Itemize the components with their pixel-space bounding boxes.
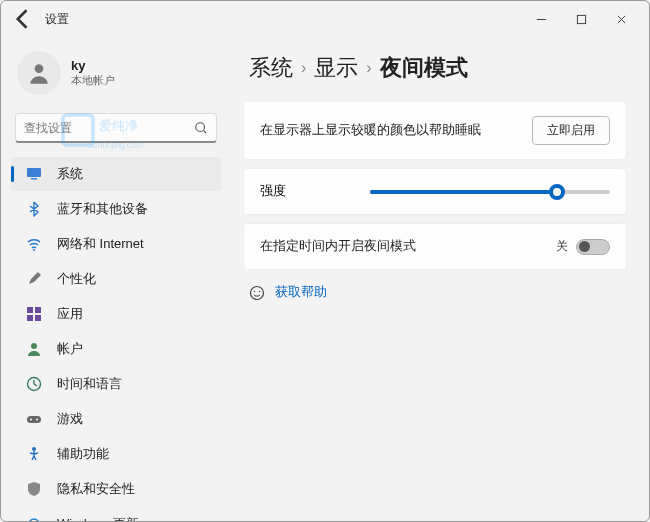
nav-personalization[interactable]: 个性化 [11, 262, 221, 296]
nav-windows-update[interactable]: Windows 更新 [11, 507, 221, 521]
svg-rect-6 [31, 178, 37, 180]
profile-subtitle: 本地帐户 [71, 73, 115, 88]
nav-gaming[interactable]: 游戏 [11, 402, 221, 436]
content-area: 系统 › 显示 › 夜间模式 在显示器上显示较暖的颜色以帮助睡眠 立即启用 强度… [231, 37, 649, 521]
svg-rect-11 [35, 315, 41, 321]
chevron-right-icon: › [301, 59, 306, 77]
nav-system[interactable]: 系统 [11, 157, 221, 191]
nav-label: 网络和 Internet [57, 235, 144, 253]
svg-point-16 [36, 419, 38, 421]
page-title: 夜间模式 [380, 53, 468, 83]
svg-point-2 [35, 64, 44, 73]
schedule-description: 在指定时间内开启夜间模式 [260, 238, 556, 255]
svg-point-15 [30, 419, 32, 421]
back-button[interactable] [9, 5, 37, 33]
svg-point-19 [254, 290, 255, 291]
nav-apps[interactable]: 应用 [11, 297, 221, 331]
svg-rect-8 [27, 307, 33, 313]
profile-block[interactable]: ky 本地帐户 [5, 45, 227, 109]
nav-label: 帐户 [57, 340, 83, 358]
svg-point-7 [33, 249, 35, 251]
svg-rect-10 [27, 315, 33, 321]
nav-label: 时间和语言 [57, 375, 122, 393]
gaming-icon [25, 410, 43, 428]
nav-label: 游戏 [57, 410, 83, 428]
maximize-button[interactable] [561, 5, 601, 33]
schedule-toggle[interactable] [576, 239, 610, 255]
nav-label: Windows 更新 [57, 515, 139, 521]
update-icon [25, 515, 43, 521]
close-icon [616, 14, 627, 25]
chevron-right-icon: › [366, 59, 371, 77]
svg-point-18 [251, 286, 264, 299]
arrow-left-icon [9, 5, 37, 33]
search-box[interactable] [15, 113, 217, 143]
minimize-button[interactable] [521, 5, 561, 33]
svg-point-12 [31, 343, 37, 349]
shield-icon [25, 480, 43, 498]
brush-icon [25, 270, 43, 288]
sidebar: ky 本地帐户 系统 蓝牙和其他设备 网络和 Internet [1, 37, 231, 521]
nav-label: 蓝牙和其他设备 [57, 200, 148, 218]
svg-line-4 [204, 130, 207, 133]
breadcrumb-system[interactable]: 系统 [249, 53, 293, 83]
search-input[interactable] [24, 121, 194, 135]
nav-label: 系统 [57, 165, 83, 183]
nav-list: 系统 蓝牙和其他设备 网络和 Internet 个性化 应用 帐户 [5, 157, 227, 521]
nav-network[interactable]: 网络和 Internet [11, 227, 221, 261]
svg-rect-9 [35, 307, 41, 313]
search-icon [194, 121, 208, 135]
enable-card: 在显示器上显示较暖的颜色以帮助睡眠 立即启用 [243, 101, 627, 160]
nav-label: 个性化 [57, 270, 96, 288]
nav-accessibility[interactable]: 辅助功能 [11, 437, 221, 471]
intensity-slider[interactable] [370, 190, 610, 194]
get-help-link[interactable]: 获取帮助 [275, 284, 327, 301]
intensity-card: 强度 [243, 168, 627, 215]
account-icon [25, 340, 43, 358]
schedule-card[interactable]: 在指定时间内开启夜间模式 关 [243, 223, 627, 270]
window-title: 设置 [45, 11, 69, 28]
minimize-icon [536, 14, 547, 25]
maximize-icon [576, 14, 587, 25]
enable-description: 在显示器上显示较暖的颜色以帮助睡眠 [260, 122, 532, 139]
svg-point-17 [32, 447, 36, 451]
enable-now-button[interactable]: 立即启用 [532, 116, 610, 145]
nav-privacy[interactable]: 隐私和安全性 [11, 472, 221, 506]
nav-label: 隐私和安全性 [57, 480, 135, 498]
profile-name: ky [71, 58, 115, 73]
nav-accounts[interactable]: 帐户 [11, 332, 221, 366]
nav-bluetooth[interactable]: 蓝牙和其他设备 [11, 192, 221, 226]
svg-rect-5 [27, 168, 41, 177]
nav-label: 应用 [57, 305, 83, 323]
accessibility-icon [25, 445, 43, 463]
bluetooth-icon [25, 200, 43, 218]
help-icon [249, 285, 265, 301]
nav-time-language[interactable]: 时间和语言 [11, 367, 221, 401]
avatar [17, 51, 61, 95]
intensity-label: 强度 [260, 183, 350, 200]
slider-thumb[interactable] [549, 184, 565, 200]
svg-rect-1 [577, 15, 585, 23]
toggle-state-label: 关 [556, 238, 568, 255]
help-row: 获取帮助 [243, 284, 627, 301]
wifi-icon [25, 235, 43, 253]
breadcrumb-display[interactable]: 显示 [314, 53, 358, 83]
nav-label: 辅助功能 [57, 445, 109, 463]
svg-point-20 [259, 290, 260, 291]
titlebar: 设置 [1, 1, 649, 37]
breadcrumb: 系统 › 显示 › 夜间模式 [243, 53, 627, 83]
svg-rect-14 [27, 416, 41, 423]
clock-icon [25, 375, 43, 393]
toggle-knob [579, 241, 590, 252]
display-icon [25, 165, 43, 183]
apps-icon [25, 305, 43, 323]
close-button[interactable] [601, 5, 641, 33]
user-icon [26, 60, 52, 86]
svg-point-3 [196, 122, 205, 131]
